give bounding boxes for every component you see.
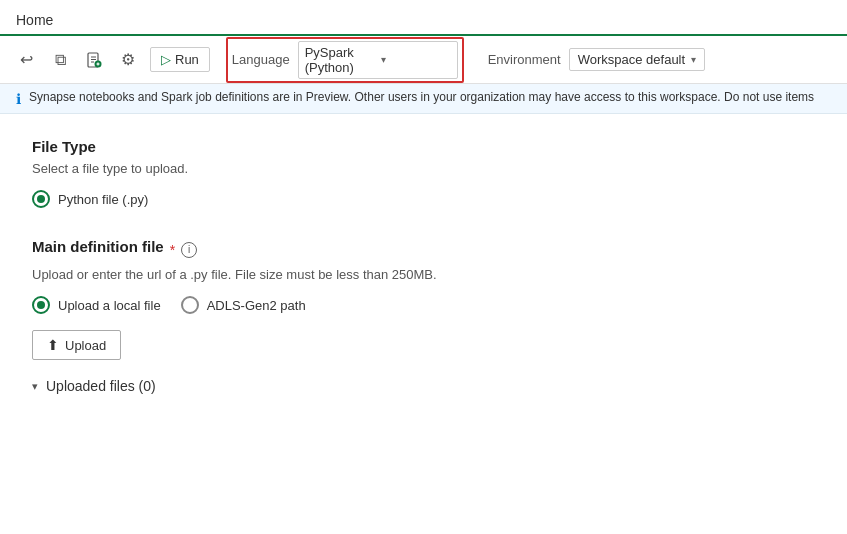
page-title: Home bbox=[16, 12, 53, 28]
adls-label: ADLS-Gen2 path bbox=[207, 298, 306, 313]
language-chevron-icon: ▾ bbox=[381, 54, 451, 65]
toolbar: ↩ ⧉ ⚙ ▷ Run Language PySpark (Python) ▾ bbox=[0, 36, 847, 84]
python-file-label: Python file (.py) bbox=[58, 192, 148, 207]
language-label: Language bbox=[232, 52, 290, 67]
upload-local-option[interactable]: Upload a local file bbox=[32, 296, 161, 314]
main-def-title-row: Main definition file * i bbox=[32, 238, 815, 261]
settings-icon[interactable]: ⚙ bbox=[114, 46, 142, 74]
run-label: Run bbox=[175, 52, 199, 67]
adls-option[interactable]: ADLS-Gen2 path bbox=[181, 296, 306, 314]
file-type-section: File Type Select a file type to upload. … bbox=[32, 138, 815, 208]
language-dropdown[interactable]: PySpark (Python) ▾ bbox=[298, 41, 458, 79]
main-definition-section: Main definition file * i Upload or enter… bbox=[32, 238, 815, 394]
uploaded-files-row[interactable]: ▾ Uploaded files (0) bbox=[32, 378, 815, 394]
environment-dropdown[interactable]: Workspace default ▾ bbox=[569, 48, 705, 71]
main-def-subtitle: Upload or enter the url of a .py file. F… bbox=[32, 267, 815, 282]
title-bar: Home bbox=[0, 0, 847, 36]
python-file-option[interactable]: Python file (.py) bbox=[32, 190, 815, 208]
main-def-info-icon[interactable]: i bbox=[181, 242, 197, 258]
environment-value: Workspace default bbox=[578, 52, 685, 67]
upload-local-label: Upload a local file bbox=[58, 298, 161, 313]
python-radio-button[interactable] bbox=[32, 190, 50, 208]
source-radio-row: Upload a local file ADLS-Gen2 path bbox=[32, 296, 815, 314]
environment-label: Environment bbox=[488, 52, 561, 67]
undo-icon[interactable]: ↩ bbox=[12, 46, 40, 74]
language-section: Language PySpark (Python) ▾ bbox=[226, 37, 464, 83]
upload-local-radio[interactable] bbox=[32, 296, 50, 314]
uploaded-files-chevron-icon: ▾ bbox=[32, 380, 38, 393]
uploaded-files-label: Uploaded files (0) bbox=[46, 378, 156, 394]
language-value: PySpark (Python) bbox=[305, 45, 375, 75]
info-banner: ℹ Synapse notebooks and Spark job defini… bbox=[0, 84, 847, 114]
environment-section: Environment Workspace default ▾ bbox=[488, 48, 705, 71]
upload-icon: ⬆ bbox=[47, 337, 59, 353]
main-content: File Type Select a file type to upload. … bbox=[0, 114, 847, 418]
run-icon: ▷ bbox=[161, 52, 171, 67]
adls-radio[interactable] bbox=[181, 296, 199, 314]
run-button[interactable]: ▷ Run bbox=[150, 47, 210, 72]
file-type-subtitle: Select a file type to upload. bbox=[32, 161, 815, 176]
info-icon: ℹ bbox=[16, 91, 21, 107]
toolbar-icons: ↩ ⧉ ⚙ bbox=[12, 46, 142, 74]
environment-chevron-icon: ▾ bbox=[691, 54, 696, 65]
info-text: Synapse notebooks and Spark job definiti… bbox=[29, 90, 814, 104]
new-file-icon[interactable] bbox=[80, 46, 108, 74]
copy-icon[interactable]: ⧉ bbox=[46, 46, 74, 74]
required-indicator: * bbox=[170, 242, 175, 258]
main-def-title: Main definition file bbox=[32, 238, 164, 255]
upload-button[interactable]: ⬆ Upload bbox=[32, 330, 121, 360]
upload-button-label: Upload bbox=[65, 338, 106, 353]
file-type-title: File Type bbox=[32, 138, 815, 155]
